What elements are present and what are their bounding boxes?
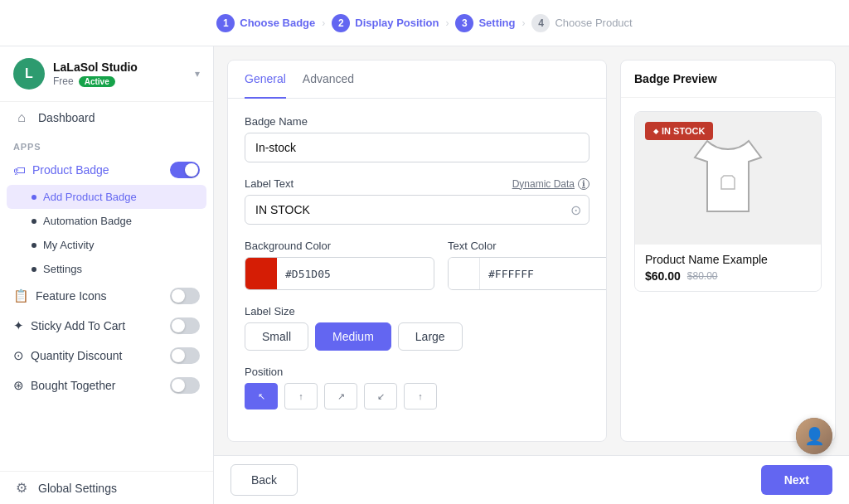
toggle-knob [172, 349, 185, 362]
gear-icon: ⚙ [13, 480, 30, 496]
text-color-input[interactable] [480, 268, 607, 280]
toggle-knob [172, 289, 185, 303]
product-badge-toggle[interactable] [170, 162, 200, 178]
main-layout: L LaLaSol Studio Free Active ▾ ⌂ Dashboa… [0, 46, 849, 504]
background-color-label: Background Color [245, 240, 434, 252]
content-inner: General Advanced Badge Name Label Text [214, 46, 849, 455]
tshirt-image [686, 133, 769, 224]
sidebar-item-global-settings[interactable]: ⚙ Global Settings [0, 472, 213, 504]
brand-name: LaLaSol Studio [53, 61, 187, 74]
bottom-bar: Back Next [214, 455, 849, 504]
feature-icons-icon: 📋 [13, 288, 29, 303]
sidebar-item-bought-together[interactable]: ⊛ Bought Together [0, 371, 213, 400]
next-button[interactable]: Next [761, 465, 832, 495]
sidebar-brand: L LaLaSol Studio Free Active ▾ [0, 46, 213, 102]
quantity-discount-toggle[interactable] [170, 347, 200, 364]
brand-status: Free Active [53, 75, 187, 87]
step-1-circle: 1 [216, 14, 235, 32]
settings-icon[interactable]: ⊙ [570, 202, 581, 218]
sub-dot-icon [32, 219, 36, 224]
step-4[interactable]: 4 Choose Product [531, 14, 632, 32]
label-size-field: Label Size Small Medium Large [245, 305, 589, 351]
product-price: $60.00 $80.00 [645, 269, 811, 283]
preview-body: IN STOCK Product Name Example $60.0 [621, 98, 835, 305]
step-3-label: Setting [478, 17, 515, 29]
position-top-left-button[interactable]: ↖ [245, 383, 278, 410]
sidebar-subitem-my-activity[interactable]: My Activity [0, 233, 213, 257]
product-image-area: IN STOCK [635, 112, 821, 245]
step-2-circle: 2 [332, 14, 350, 32]
bought-together-toggle[interactable] [170, 377, 200, 394]
sidebar-item-product-badge[interactable]: 🏷 Product Badge [0, 155, 213, 185]
position-top-right-button[interactable]: ↗ [324, 383, 357, 410]
sub-dot-icon [32, 195, 36, 200]
preview-panel: Badge Preview IN STOCK [620, 60, 836, 442]
toggle-knob [172, 379, 185, 392]
label-text-input[interactable] [245, 195, 589, 225]
chat-avatar[interactable]: 👤 [796, 418, 832, 454]
form-body: Badge Name Label Text Dynamic Data ℹ [228, 99, 606, 426]
info-icon: ℹ [578, 178, 589, 190]
global-settings-label: Global Settings [38, 482, 117, 495]
background-color-wrapper [245, 257, 434, 290]
sidebar-subitem-automation-badge[interactable]: Automation Badge [0, 209, 213, 233]
back-button[interactable]: Back [230, 464, 298, 496]
apps-section-label: APPS [0, 133, 213, 155]
price-current: $60.00 [645, 269, 681, 283]
step-1-label: Choose Badge [240, 17, 315, 29]
step-2-label: Display Position [355, 17, 439, 29]
step-arrow-3: › [522, 17, 525, 29]
tab-general[interactable]: General [245, 61, 286, 99]
text-color-label: Text Color [448, 240, 607, 252]
chevron-down-icon[interactable]: ▾ [195, 68, 200, 80]
automation-badge-label: Automation Badge [43, 215, 132, 227]
sidebar-subitem-settings[interactable]: Settings [0, 257, 213, 281]
preview-header: Badge Preview [621, 61, 835, 98]
price-original: $80.00 [687, 270, 718, 282]
product-badge-label: Product Badge [32, 163, 163, 177]
dashboard-label: Dashboard [38, 111, 95, 124]
label-text-label: Label Text [245, 177, 294, 190]
tab-advanced[interactable]: Advanced [303, 61, 354, 99]
step-1[interactable]: 1 Choose Badge [216, 14, 315, 32]
brand-info: LaLaSol Studio Free Active [53, 61, 187, 87]
step-2[interactable]: 2 Display Position [332, 14, 439, 32]
product-badge-icon: 🏷 [13, 163, 26, 177]
badge-name-input[interactable] [245, 133, 589, 162]
toggle-knob [172, 319, 185, 332]
chat-avatar-image: 👤 [796, 418, 832, 454]
step-arrow-1: › [322, 17, 325, 29]
size-medium-button[interactable]: Medium [315, 322, 391, 351]
sidebar-subitem-add-product-badge[interactable]: Add Product Badge [7, 185, 206, 209]
product-card-info: Product Name Example $60.00 $80.00 [635, 245, 821, 291]
tabs-bar: General Advanced [228, 61, 606, 99]
sidebar-bottom: ⚙ Global Settings [0, 471, 213, 504]
label-text-header: Label Text Dynamic Data ℹ [245, 177, 589, 190]
background-color-input[interactable] [277, 268, 434, 280]
background-color-swatch[interactable] [245, 258, 277, 289]
feature-icons-toggle[interactable] [170, 288, 200, 304]
position-buttons: ↖ ↑ ↗ ↙ ↑ [245, 383, 589, 410]
bought-together-icon: ⊛ [13, 378, 24, 393]
dynamic-data-link[interactable]: Dynamic Data ℹ [512, 178, 589, 190]
label-text-field: Label Text Dynamic Data ℹ ⊙ [245, 177, 589, 225]
position-top-center-button[interactable]: ↑ [284, 383, 318, 410]
sidebar-item-dashboard[interactable]: ⌂ Dashboard [0, 102, 213, 133]
step-3[interactable]: 3 Setting [455, 14, 515, 32]
badge-name-field: Badge Name [245, 115, 589, 162]
product-preview-card: IN STOCK Product Name Example $60.0 [634, 111, 822, 292]
position-bottom-left-button[interactable]: ↙ [364, 383, 397, 410]
sidebar-item-quantity-discount[interactable]: ⊙ Quantity Discount [0, 341, 213, 371]
text-color-swatch[interactable] [449, 258, 480, 289]
feature-icons-label: Feature Icons [36, 289, 163, 303]
position-bottom-right-button[interactable]: ↑ [404, 383, 437, 410]
size-small-button[interactable]: Small [245, 322, 308, 351]
product-name: Product Name Example [645, 253, 811, 266]
size-large-button[interactable]: Large [398, 322, 463, 351]
sticky-cart-toggle[interactable] [170, 317, 200, 334]
home-icon: ⌂ [13, 110, 30, 125]
sidebar-item-sticky-add-to-cart[interactable]: ✦ Sticky Add To Cart [0, 311, 213, 341]
sticky-cart-label: Sticky Add To Cart [31, 319, 163, 332]
sidebar-item-feature-icons[interactable]: 📋 Feature Icons [0, 281, 213, 311]
size-buttons: Small Medium Large [245, 322, 589, 351]
